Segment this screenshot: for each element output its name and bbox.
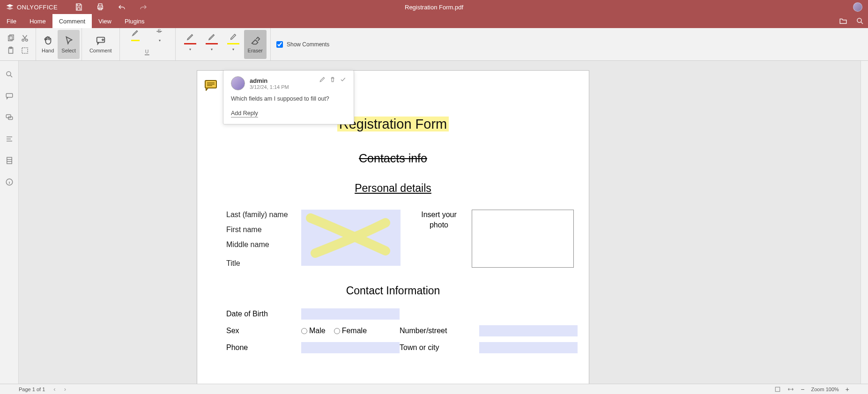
hand-label: Hand [42,48,54,53]
headings-icon[interactable] [5,135,14,143]
document-canvas[interactable]: Registration Form Contacts info Personal… [19,61,861,384]
save-icon[interactable] [74,3,83,11]
find-icon[interactable] [5,70,14,79]
comment-marker-icon[interactable] [204,80,217,91]
svg-text:S: S [157,28,161,34]
open-folder-icon[interactable] [839,17,847,25]
town-field[interactable] [479,342,578,353]
middlename-label: Middle name [226,241,301,249]
zoom-in-button[interactable]: + [846,386,849,393]
chat-icon[interactable] [5,113,14,122]
lastname-label: Last (family) name [226,211,301,219]
zoom-out-button[interactable]: − [801,386,804,393]
svg-rect-7 [22,48,28,53]
title-bar: ONLYOFFICE Registration Form.pdf [0,0,868,14]
prev-page-button[interactable]: ‹ [53,386,55,393]
paste-icon[interactable] [7,46,15,55]
cut-icon[interactable] [21,34,29,43]
title-label: Title [226,259,301,268]
menu-file[interactable]: File [0,14,23,28]
select-label: Select [61,48,76,53]
menu-plugins[interactable]: Plugins [118,14,151,28]
svg-rect-20 [776,387,780,391]
female-radio[interactable]: Female [334,327,367,335]
pen-red-2[interactable]: ▾ [201,30,223,54]
comment-icon [96,36,106,46]
highlight-icon [131,29,140,37]
photo-label: Insert your photo [415,210,462,231]
dob-field[interactable] [301,308,400,320]
show-comments-toggle[interactable]: Show Comments [271,28,329,61]
select-all-icon[interactable] [21,46,29,55]
add-reply-link[interactable]: Add Reply [231,110,258,117]
redo-icon[interactable] [139,3,148,11]
phone-field[interactable] [301,342,400,353]
show-comments-label: Show Comments [287,41,329,48]
menu-comment[interactable]: Comment [52,14,92,28]
numberstreet-field[interactable] [479,325,578,336]
svg-rect-14 [6,94,13,97]
left-panel [0,61,19,384]
dob-label: Date of Birth [226,310,301,318]
search-icon[interactable] [856,17,864,25]
eraser-tool[interactable]: Eraser [244,30,267,59]
photo-placeholder[interactable] [472,210,574,268]
copy-icon[interactable] [7,34,15,43]
select-tool[interactable]: Select [58,30,80,59]
firstname-label: First name [226,226,301,234]
strikeout-icon: S [156,27,164,36]
fit-width-icon[interactable] [787,386,794,393]
menu-view[interactable]: View [92,14,118,28]
svg-rect-17 [7,157,12,164]
document-title: Registration Form.pdf [405,4,463,11]
app-logo: ONLYOFFICE [0,3,58,11]
menu-home[interactable]: Home [23,14,52,28]
comment-label: Comment [89,48,112,53]
eraser-icon [250,36,260,46]
workspace: Registration Form Contacts info Personal… [0,61,868,384]
comments-panel-icon[interactable] [5,92,14,100]
comment-user: admin [250,77,289,84]
edit-comment-icon[interactable] [319,76,326,83]
zoom-label: Zoom 100% [811,387,839,392]
add-comment-button[interactable]: Comment [86,30,116,59]
male-radio[interactable]: Male [301,327,326,335]
comment-timestamp: 3/12/24, 1:14 PM [250,84,289,90]
svg-point-0 [857,18,861,22]
thumbnails-icon[interactable] [5,156,14,165]
right-panel [861,61,868,384]
name-field-block[interactable] [301,210,401,266]
town-label: Town or city [400,343,479,352]
comment-avatar [231,76,245,90]
info-icon[interactable] [5,178,14,186]
comment-popup: admin 3/12/24, 1:14 PM Which fields am I… [223,70,354,124]
menu-bar: File Home Comment View Plugins [0,14,868,28]
hand-tool[interactable]: Hand [38,30,58,59]
cursor-icon [64,36,74,46]
doc-contacts-heading: Contacts info [197,152,589,165]
resolve-comment-icon[interactable] [340,76,346,83]
next-page-button[interactable]: › [64,386,66,393]
numberstreet-label: Number/street [400,327,479,335]
print-icon[interactable] [96,3,104,11]
delete-comment-icon[interactable] [329,76,336,83]
phone-label: Phone [226,343,301,352]
page-indicator: Page 1 of 1 [19,387,45,392]
contact-info-heading: Contact Information [197,285,589,297]
svg-text:U: U [145,49,148,54]
app-name: ONLYOFFICE [17,4,58,11]
pen-icon [208,33,216,41]
pen-red-1[interactable]: ▾ [179,30,201,54]
annotation-stroke [306,213,395,260]
onlyoffice-icon [6,3,14,11]
user-avatar[interactable] [853,2,862,12]
svg-point-13 [7,72,11,76]
fit-page-icon[interactable] [774,386,781,393]
show-comments-checkbox[interactable] [276,41,283,48]
marker-yellow[interactable]: ▾ [223,30,244,54]
underline-icon: U [143,48,152,57]
undo-icon[interactable] [118,3,126,11]
eraser-label: Eraser [248,48,263,53]
hand-icon [43,36,53,46]
comment-text: Which fields am I supposed to fill out? [231,95,346,103]
